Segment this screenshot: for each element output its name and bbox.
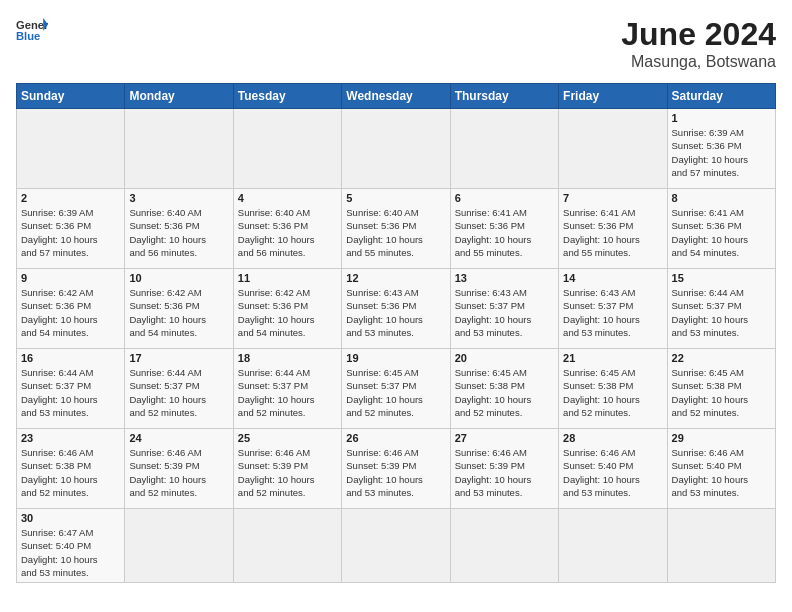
calendar-cell: 8Sunrise: 6:41 AMSunset: 5:36 PMDaylight… (667, 189, 775, 269)
calendar-cell: 3Sunrise: 6:40 AMSunset: 5:36 PMDaylight… (125, 189, 233, 269)
day-number: 28 (563, 432, 662, 444)
weekday-header-cell: Thursday (450, 84, 558, 109)
day-number: 24 (129, 432, 228, 444)
day-number: 22 (672, 352, 771, 364)
calendar-cell: 29Sunrise: 6:46 AMSunset: 5:40 PMDayligh… (667, 429, 775, 509)
day-number: 18 (238, 352, 337, 364)
day-number: 5 (346, 192, 445, 204)
day-number: 1 (672, 112, 771, 124)
day-number: 7 (563, 192, 662, 204)
day-number: 21 (563, 352, 662, 364)
calendar-cell: 6Sunrise: 6:41 AMSunset: 5:36 PMDaylight… (450, 189, 558, 269)
logo: General Blue (16, 16, 48, 44)
calendar-cell (125, 109, 233, 189)
day-info: Sunrise: 6:42 AMSunset: 5:36 PMDaylight:… (129, 286, 228, 339)
day-number: 20 (455, 352, 554, 364)
title-block: June 2024 Masunga, Botswana (621, 16, 776, 71)
weekday-header-cell: Monday (125, 84, 233, 109)
day-info: Sunrise: 6:41 AMSunset: 5:36 PMDaylight:… (455, 206, 554, 259)
day-info: Sunrise: 6:40 AMSunset: 5:36 PMDaylight:… (346, 206, 445, 259)
day-number: 16 (21, 352, 120, 364)
day-info: Sunrise: 6:45 AMSunset: 5:38 PMDaylight:… (563, 366, 662, 419)
calendar-cell: 21Sunrise: 6:45 AMSunset: 5:38 PMDayligh… (559, 349, 667, 429)
day-info: Sunrise: 6:44 AMSunset: 5:37 PMDaylight:… (672, 286, 771, 339)
calendar-cell: 27Sunrise: 6:46 AMSunset: 5:39 PMDayligh… (450, 429, 558, 509)
calendar-cell (125, 509, 233, 583)
day-info: Sunrise: 6:44 AMSunset: 5:37 PMDaylight:… (238, 366, 337, 419)
calendar-cell (233, 109, 341, 189)
calendar-cell: 19Sunrise: 6:45 AMSunset: 5:37 PMDayligh… (342, 349, 450, 429)
day-info: Sunrise: 6:40 AMSunset: 5:36 PMDaylight:… (238, 206, 337, 259)
day-info: Sunrise: 6:43 AMSunset: 5:37 PMDaylight:… (563, 286, 662, 339)
day-number: 3 (129, 192, 228, 204)
day-number: 30 (21, 512, 120, 524)
day-info: Sunrise: 6:41 AMSunset: 5:36 PMDaylight:… (672, 206, 771, 259)
weekday-header-cell: Wednesday (342, 84, 450, 109)
day-info: Sunrise: 6:46 AMSunset: 5:39 PMDaylight:… (129, 446, 228, 499)
calendar-cell: 25Sunrise: 6:46 AMSunset: 5:39 PMDayligh… (233, 429, 341, 509)
calendar-cell (17, 109, 125, 189)
calendar-week-row: 9Sunrise: 6:42 AMSunset: 5:36 PMDaylight… (17, 269, 776, 349)
day-number: 9 (21, 272, 120, 284)
calendar-cell: 20Sunrise: 6:45 AMSunset: 5:38 PMDayligh… (450, 349, 558, 429)
day-number: 6 (455, 192, 554, 204)
calendar-cell (450, 109, 558, 189)
day-number: 17 (129, 352, 228, 364)
location-subtitle: Masunga, Botswana (621, 53, 776, 71)
calendar-cell: 26Sunrise: 6:46 AMSunset: 5:39 PMDayligh… (342, 429, 450, 509)
calendar-cell: 2Sunrise: 6:39 AMSunset: 5:36 PMDaylight… (17, 189, 125, 269)
calendar-cell: 15Sunrise: 6:44 AMSunset: 5:37 PMDayligh… (667, 269, 775, 349)
day-info: Sunrise: 6:46 AMSunset: 5:40 PMDaylight:… (563, 446, 662, 499)
calendar-cell (342, 509, 450, 583)
day-info: Sunrise: 6:46 AMSunset: 5:40 PMDaylight:… (672, 446, 771, 499)
calendar-week-row: 23Sunrise: 6:46 AMSunset: 5:38 PMDayligh… (17, 429, 776, 509)
day-number: 12 (346, 272, 445, 284)
calendar-cell: 13Sunrise: 6:43 AMSunset: 5:37 PMDayligh… (450, 269, 558, 349)
day-info: Sunrise: 6:46 AMSunset: 5:39 PMDaylight:… (455, 446, 554, 499)
day-number: 2 (21, 192, 120, 204)
calendar-cell (342, 109, 450, 189)
day-info: Sunrise: 6:39 AMSunset: 5:36 PMDaylight:… (672, 126, 771, 179)
svg-text:Blue: Blue (16, 30, 40, 42)
day-number: 8 (672, 192, 771, 204)
calendar-cell: 12Sunrise: 6:43 AMSunset: 5:36 PMDayligh… (342, 269, 450, 349)
day-number: 25 (238, 432, 337, 444)
calendar-cell: 22Sunrise: 6:45 AMSunset: 5:38 PMDayligh… (667, 349, 775, 429)
day-number: 13 (455, 272, 554, 284)
calendar-cell (559, 509, 667, 583)
calendar-cell (559, 109, 667, 189)
day-info: Sunrise: 6:46 AMSunset: 5:39 PMDaylight:… (346, 446, 445, 499)
calendar-cell: 10Sunrise: 6:42 AMSunset: 5:36 PMDayligh… (125, 269, 233, 349)
calendar-week-row: 30Sunrise: 6:47 AMSunset: 5:40 PMDayligh… (17, 509, 776, 583)
calendar-cell: 7Sunrise: 6:41 AMSunset: 5:36 PMDaylight… (559, 189, 667, 269)
calendar-week-row: 1Sunrise: 6:39 AMSunset: 5:36 PMDaylight… (17, 109, 776, 189)
day-number: 26 (346, 432, 445, 444)
calendar-cell (450, 509, 558, 583)
weekday-header-cell: Sunday (17, 84, 125, 109)
weekday-header-cell: Tuesday (233, 84, 341, 109)
day-info: Sunrise: 6:47 AMSunset: 5:40 PMDaylight:… (21, 526, 120, 579)
day-info: Sunrise: 6:45 AMSunset: 5:37 PMDaylight:… (346, 366, 445, 419)
calendar-cell: 14Sunrise: 6:43 AMSunset: 5:37 PMDayligh… (559, 269, 667, 349)
calendar-cell (233, 509, 341, 583)
weekday-header-cell: Friday (559, 84, 667, 109)
day-info: Sunrise: 6:41 AMSunset: 5:36 PMDaylight:… (563, 206, 662, 259)
calendar-cell: 5Sunrise: 6:40 AMSunset: 5:36 PMDaylight… (342, 189, 450, 269)
calendar-cell: 17Sunrise: 6:44 AMSunset: 5:37 PMDayligh… (125, 349, 233, 429)
calendar-cell (667, 509, 775, 583)
day-info: Sunrise: 6:39 AMSunset: 5:36 PMDaylight:… (21, 206, 120, 259)
weekday-header-row: SundayMondayTuesdayWednesdayThursdayFrid… (17, 84, 776, 109)
calendar-cell: 28Sunrise: 6:46 AMSunset: 5:40 PMDayligh… (559, 429, 667, 509)
day-number: 4 (238, 192, 337, 204)
month-year-title: June 2024 (621, 16, 776, 53)
day-info: Sunrise: 6:46 AMSunset: 5:39 PMDaylight:… (238, 446, 337, 499)
calendar-week-row: 2Sunrise: 6:39 AMSunset: 5:36 PMDaylight… (17, 189, 776, 269)
day-number: 23 (21, 432, 120, 444)
calendar-cell: 9Sunrise: 6:42 AMSunset: 5:36 PMDaylight… (17, 269, 125, 349)
day-info: Sunrise: 6:40 AMSunset: 5:36 PMDaylight:… (129, 206, 228, 259)
calendar-cell: 16Sunrise: 6:44 AMSunset: 5:37 PMDayligh… (17, 349, 125, 429)
day-number: 11 (238, 272, 337, 284)
day-info: Sunrise: 6:46 AMSunset: 5:38 PMDaylight:… (21, 446, 120, 499)
header: General Blue June 2024 Masunga, Botswana (16, 16, 776, 71)
calendar-cell: 11Sunrise: 6:42 AMSunset: 5:36 PMDayligh… (233, 269, 341, 349)
